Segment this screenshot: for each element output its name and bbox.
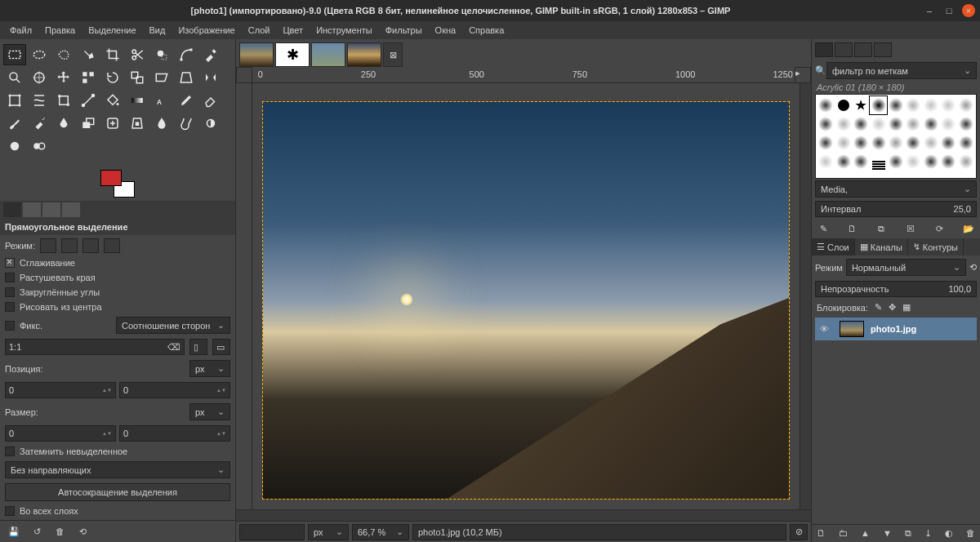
mode-intersect[interactable] [104, 238, 120, 253]
aspect-dropdown[interactable]: Соотношение сторон [116, 317, 230, 334]
menu-windows[interactable]: Окна [429, 23, 463, 38]
mask-icon[interactable]: ◐ [945, 528, 953, 539]
fg-color-swatch[interactable] [100, 170, 122, 186]
guides-dropdown[interactable]: Без направляющих [5, 461, 230, 478]
tool-measure[interactable] [28, 67, 51, 88]
delete-brush-icon[interactable]: ☒ [904, 222, 917, 235]
feather-checkbox[interactable] [5, 273, 15, 282]
tool-free-select[interactable] [52, 44, 75, 65]
ruler-corner[interactable] [236, 67, 252, 83]
menu-tools[interactable]: Инструменты [310, 23, 379, 38]
menu-filters[interactable]: Фильтры [379, 23, 429, 38]
size-y-field[interactable]: 0▲▼ [119, 425, 230, 442]
unit-dropdown[interactable]: px [308, 524, 349, 540]
darken-checkbox[interactable] [5, 446, 15, 456]
tool-smudge[interactable] [175, 113, 198, 134]
ruler-horizontal[interactable]: 0 250 500 750 1000 1250 [252, 67, 795, 83]
zoom-dropdown[interactable]: 66,7 % [352, 524, 409, 540]
tool-mypaint-brush[interactable] [3, 136, 26, 157]
doc-tab-1[interactable] [239, 42, 274, 67]
mode-add[interactable] [61, 238, 78, 253]
tool-rotate[interactable] [101, 67, 124, 88]
lock-alpha-icon[interactable]: ▦ [902, 302, 911, 313]
tab-undo-history[interactable] [42, 202, 60, 217]
tool-crop[interactable] [101, 44, 124, 65]
menu-color[interactable]: Цвет [276, 23, 310, 38]
tool-rect-select[interactable] [3, 44, 26, 65]
tool-foreground-select[interactable] [150, 44, 173, 65]
tool-paintbrush[interactable] [3, 113, 26, 134]
media-tags-dropdown[interactable]: Media, [815, 180, 977, 198]
tool-move[interactable] [52, 67, 75, 88]
layer-item[interactable]: 👁 photo1.jpg [815, 318, 977, 340]
menu-file[interactable]: Файл [3, 23, 38, 38]
menu-layer[interactable]: Слой [242, 23, 277, 38]
pos-y-field[interactable]: 0▲▼ [119, 382, 230, 398]
fixed-checkbox[interactable] [5, 321, 15, 331]
raise-layer-icon[interactable]: ▲ [861, 528, 870, 539]
position-unit[interactable]: px [189, 360, 230, 377]
layer-thumbnail[interactable] [840, 321, 864, 337]
tool-cage[interactable] [3, 90, 26, 111]
tool-pencil[interactable] [175, 90, 198, 111]
color-swatches[interactable] [0, 163, 235, 201]
tool-gradient[interactable] [126, 90, 149, 111]
ratio-field[interactable]: 1:1⌫ [5, 339, 185, 355]
tool-ink[interactable] [52, 113, 75, 134]
tab-fonts[interactable] [854, 42, 872, 57]
tab-history[interactable] [874, 42, 892, 57]
auto-shrink-button[interactable]: Автосокращение выделения [5, 483, 230, 501]
doc-tab-3[interactable] [311, 42, 345, 67]
tool-zoom[interactable] [3, 67, 26, 88]
tool-warp[interactable] [28, 90, 51, 111]
tool-handle-transform[interactable] [77, 90, 100, 111]
antialias-checkbox[interactable] [5, 258, 15, 268]
interval-field[interactable]: Интервал 25,0 [815, 201, 977, 217]
tool-align[interactable] [77, 67, 100, 88]
doc-tab-close[interactable]: ⊠ [383, 42, 403, 67]
delete-layer-icon[interactable]: 🗑 [966, 528, 975, 539]
tool-airbrush[interactable] [28, 113, 51, 134]
tool-shear[interactable] [150, 67, 173, 88]
reset-preset-icon[interactable]: ⟲ [72, 522, 93, 540]
cancel-icon[interactable]: ⊘ [790, 524, 808, 540]
tab-layers[interactable]: ☰Слои [812, 238, 855, 255]
menu-help[interactable]: Справка [462, 23, 510, 38]
tool-fuzzy-select[interactable] [77, 44, 100, 65]
ratio-landscape[interactable]: ▭ [212, 339, 230, 355]
doc-tab-2[interactable]: ✱ [275, 42, 310, 67]
refresh-brush-icon[interactable]: ⟳ [933, 222, 946, 235]
save-preset-icon[interactable]: 💾 [3, 522, 24, 540]
tool-color-picker[interactable] [199, 44, 222, 65]
mode-subtract[interactable] [82, 238, 99, 253]
merge-down-icon[interactable]: ⤓ [924, 528, 932, 539]
duplicate-brush-icon[interactable]: ⧉ [875, 222, 888, 235]
maximize-button[interactable]: □ [942, 4, 956, 17]
scrollbar-vertical[interactable] [800, 83, 811, 509]
menu-edit[interactable]: Правка [38, 23, 82, 38]
size-x-field[interactable]: 0▲▼ [5, 425, 116, 442]
tool-bucket-fill[interactable] [101, 90, 124, 111]
edit-brush-icon[interactable]: ✎ [817, 222, 830, 235]
tool-text[interactable]: A [150, 90, 173, 111]
lock-position-icon[interactable]: ✥ [889, 302, 896, 313]
menu-select[interactable]: Выделение [82, 23, 142, 38]
tool-scale[interactable] [126, 67, 149, 88]
from-center-checkbox[interactable] [5, 302, 15, 312]
blend-mode-dropdown[interactable]: Нормальный [846, 259, 966, 276]
mode-reset-icon[interactable]: ⟲ [969, 262, 977, 273]
delete-preset-icon[interactable]: 🗑 [49, 522, 70, 540]
tab-brushes[interactable] [815, 42, 833, 57]
minimize-button[interactable]: – [923, 4, 936, 17]
tool-unified-transform[interactable] [52, 90, 75, 111]
tool-perspective[interactable] [175, 67, 198, 88]
ruler-vertical[interactable] [236, 83, 252, 509]
tab-tool-options[interactable] [3, 202, 21, 217]
scrollbar-horizontal[interactable] [236, 509, 811, 521]
menu-image[interactable]: Изображение [172, 23, 241, 38]
new-group-icon[interactable]: 🗀 [839, 528, 848, 539]
tool-scissors[interactable] [126, 44, 149, 65]
mode-replace[interactable] [40, 238, 56, 253]
pos-x-field[interactable]: 0▲▼ [5, 382, 116, 398]
menu-view[interactable]: Вид [143, 23, 172, 38]
